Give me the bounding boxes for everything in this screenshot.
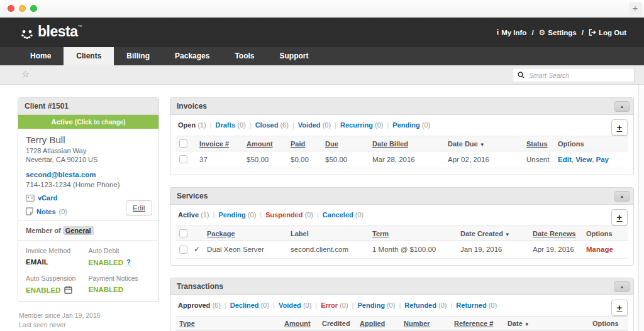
col-term[interactable]: Term [369,226,457,241]
col-status[interactable]: Status [523,136,554,151]
invoice-row-checkbox[interactable] [179,155,187,163]
tab-home[interactable]: Home [18,47,64,65]
new-tab-button[interactable]: + [629,2,641,14]
service-row-checkbox[interactable] [179,246,187,254]
col-type[interactable]: Type [175,317,280,331]
member-of-label: Member of [26,227,61,234]
filter-voided[interactable]: Voided (0) [298,121,331,129]
browser-chrome: + [0,0,644,18]
invoices-panel-header: Invoices ▲ [170,98,633,115]
collapse-services-button[interactable]: ▲ [614,191,630,202]
service-label-cell: second.client.com [287,241,369,259]
filter-approved[interactable]: Approved (6) [178,301,221,309]
main-nav: Home Clients Billing Packages Tools Supp… [0,47,644,65]
col-amount[interactable]: Amount [280,317,318,331]
filter-suspended[interactable]: Suspended (0) [265,211,313,219]
tab-clients[interactable]: Clients [64,47,114,65]
smiley-icon [19,23,38,41]
filter-drafts[interactable]: Drafts (0) [216,121,246,129]
add-service-button[interactable]: + [611,209,628,225]
auto-debit-value: ENABLED ? [89,258,152,266]
last-seen-text: Last seen never [19,320,158,329]
client-group-badge[interactable]: General [63,226,94,235]
tab-support[interactable]: Support [267,47,321,65]
edit-client-button[interactable]: Edit [126,200,152,215]
filter-returned[interactable]: Returned (0) [456,301,497,309]
filter-voided-transactions[interactable]: Voided (0) [279,301,311,309]
tab-billing[interactable]: Billing [114,47,162,65]
col-date-renews[interactable]: Date Renews [529,226,582,241]
invoice-view-link[interactable]: View [575,156,592,163]
collapse-transactions-button[interactable]: ▲ [614,281,630,292]
my-info-link[interactable]: i My Info [497,28,527,37]
filter-error[interactable]: Error (0) [321,301,348,309]
client-settings-grid: Invoice Method EMAIL Auto Debit ENABLED … [18,241,158,301]
auto-debit-help-link[interactable]: ? [126,258,131,266]
filter-pending-services[interactable]: Pending (0) [218,211,256,219]
add-invoice-button[interactable]: + [611,119,628,136]
tab-packages[interactable]: Packages [162,47,222,65]
search-input[interactable] [529,72,629,79]
filter-pending-transactions[interactable]: Pending (0) [357,301,395,309]
client-profile-panel: Client #1501 Active (Click to change) Te… [18,97,159,302]
filter-canceled[interactable]: Canceled (0) [323,211,364,219]
filter-closed[interactable]: Closed (6) [255,121,289,129]
services-panel-body: Active (1)|Pending (0)|Suspended (0)|Can… [170,205,633,265]
logo-text: blesta [38,23,77,40]
col-due[interactable]: Due [321,136,369,151]
window-close-button[interactable] [8,5,14,12]
filter-declined[interactable]: Declined (0) [230,301,269,309]
status-hint: (Click to change) [75,119,126,126]
window-minimize-button[interactable] [19,5,26,12]
col-invoice-number[interactable]: Invoice # [196,136,243,151]
col-number[interactable]: Number [400,317,450,331]
filter-active[interactable]: Active (1) [178,211,209,219]
tab-tools[interactable]: Tools [222,47,267,65]
browser-window: + blesta ™ i My Info / ⚙ Settings / [0,0,644,331]
services-panel: Services ▲ Active (1)|Pending (0)|Suspen… [170,187,634,266]
client-sidebar: Client #1501 Active (Click to change) Te… [18,97,159,331]
window-zoom-button[interactable] [30,5,37,12]
client-name: Terry Bull [26,134,151,145]
vcard-link[interactable]: vCard [38,194,57,202]
log-out-link[interactable]: Log Out [589,29,626,36]
col-date-billed[interactable]: Date Billed [369,136,444,151]
settings-link[interactable]: ⚙ Settings [539,29,577,36]
col-paid[interactable]: Paid [287,136,321,151]
member-of-row: Member of General [18,220,158,241]
browser-scrollbar[interactable] [638,85,644,331]
invoice-pay-link[interactable]: Pay [596,156,609,163]
calendar-icon[interactable] [64,286,72,294]
sort-desc-icon: ▼ [480,142,485,148]
invoices-panel-body: Open (1)|Drafts (0)|Closed (6)|Voided (0… [170,115,633,175]
service-manage-link[interactable]: Manage [586,246,613,253]
col-amount[interactable]: Amount [243,136,287,151]
col-applied[interactable]: Applied [356,317,400,331]
invoice-edit-link[interactable]: Edit [558,156,572,163]
bookmark-star-icon[interactable]: ☆ [21,68,30,80]
filter-pending[interactable]: Pending (0) [392,121,430,129]
client-email-link[interactable]: second@blesta.com [26,171,96,178]
add-transaction-button[interactable]: + [611,300,628,316]
notes-link[interactable]: Notes [36,208,56,215]
col-date-created[interactable]: Date Created▼ [457,226,529,241]
filter-open[interactable]: Open (1) [178,121,206,129]
select-all-checkbox[interactable] [179,139,187,148]
auto-suspension-cell: Auto Suspension ENABLED [26,274,89,294]
filter-refunded[interactable]: Refunded (0) [404,301,447,309]
services-table: Package Label Term Date Created▼ Date Re… [175,225,628,259]
col-label: Label [287,226,369,241]
col-date-due[interactable]: Date Due▼ [444,136,523,151]
select-all-checkbox[interactable] [179,229,187,237]
client-address-line2: Nevertar, CA 90210 US [26,155,151,164]
transactions-title: Transactions [177,282,223,291]
col-package[interactable]: Package [203,226,287,241]
blesta-logo[interactable]: blesta ™ [19,23,82,41]
filter-recurring[interactable]: Recurring (0) [340,121,383,129]
client-status-banner[interactable]: Active (Click to change) [18,115,158,129]
col-reference[interactable]: Reference # [450,317,504,331]
invoice-method-value: EMAIL [26,258,89,266]
collapse-invoices-button[interactable]: ▲ [614,101,630,112]
col-date[interactable]: Date▼ [504,317,589,331]
transactions-panel-header: Transactions ▲ [170,278,633,295]
